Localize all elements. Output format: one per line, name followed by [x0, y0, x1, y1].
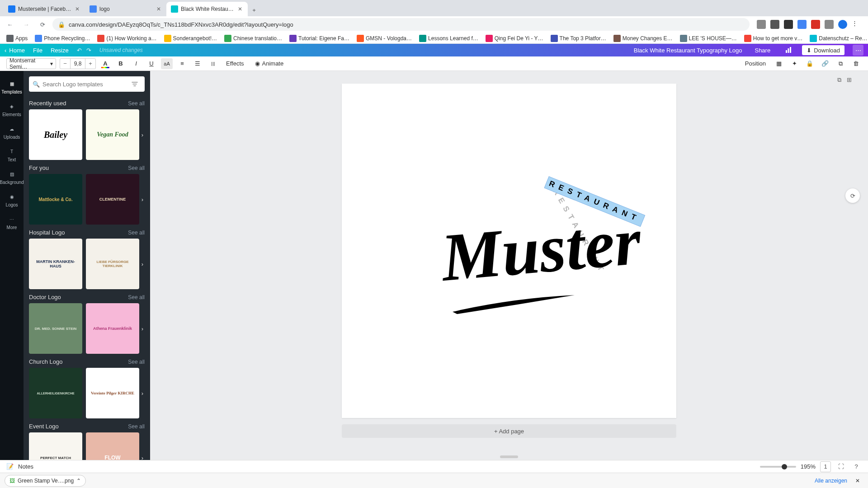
- template-thumbnail[interactable]: Bailey: [29, 109, 82, 160]
- font-size-value[interactable]: 9,8: [70, 59, 85, 69]
- zoom-value[interactable]: 195%: [801, 463, 816, 470]
- template-thumbnail[interactable]: Vereinte Pilger KIRCHE: [86, 368, 139, 418]
- redo-button[interactable]: ↷: [86, 47, 91, 54]
- url-bar[interactable]: 🔒 canva.com/design/DAEyzq8OqTs/c_TNs118b…: [52, 18, 750, 31]
- see-all-link[interactable]: See all: [128, 100, 145, 107]
- duplicate-button[interactable]: ⧉: [835, 58, 846, 69]
- see-all-link[interactable]: See all: [128, 230, 145, 236]
- template-thumbnail[interactable]: Athena Frauenklinik: [86, 303, 139, 354]
- add-page-icon[interactable]: ⊞: [847, 76, 852, 84]
- close-tab-icon[interactable]: ✕: [74, 6, 80, 12]
- analytics-icon[interactable]: [783, 45, 794, 56]
- template-thumbnail[interactable]: PERFECT MATCH: [29, 432, 82, 460]
- fullscreen-button[interactable]: ⛶: [835, 461, 846, 472]
- see-all-link[interactable]: See all: [128, 294, 145, 300]
- italic-button[interactable]: I: [130, 58, 142, 69]
- bold-button[interactable]: B: [115, 58, 127, 69]
- template-thumbnail[interactable]: FLOW: [86, 432, 139, 460]
- align-button[interactable]: ≡: [176, 58, 188, 69]
- show-all-downloads[interactable]: Alle anzeigen: [815, 478, 847, 484]
- template-thumbnail[interactable]: CLEMENTINE: [86, 174, 139, 225]
- share-button[interactable]: Share: [750, 45, 775, 55]
- link-button[interactable]: 🔗: [819, 58, 831, 69]
- bookmark-item[interactable]: Money Changes E…: [611, 34, 675, 43]
- effects-button[interactable]: Effects: [222, 58, 248, 69]
- canvas-area[interactable]: ⧉ ⊞ RESTAURANT RESTAURANT Muster ⟳ + Add…: [150, 71, 868, 460]
- reload-button[interactable]: ⟳: [36, 18, 49, 31]
- home-button[interactable]: ‹ Home: [5, 47, 25, 54]
- delete-button[interactable]: 🗑: [850, 58, 862, 69]
- increase-size-button[interactable]: +: [85, 60, 95, 67]
- filter-button[interactable]: [128, 78, 141, 90]
- browser-tab[interactable]: logo✕: [85, 2, 166, 16]
- lock-button[interactable]: 🔒: [804, 58, 816, 69]
- rail-item-uploads[interactable]: ☁Uploads: [0, 121, 24, 143]
- bookmark-item[interactable]: Qing Fei De Yi - Y…: [483, 34, 546, 43]
- bookmark-item[interactable]: Lessons Learned f…: [416, 34, 481, 43]
- browser-tab[interactable]: Black White Restaurant Typo…✕: [166, 2, 248, 16]
- bookmark-item[interactable]: Phone Recycling…: [32, 34, 93, 43]
- template-thumbnail[interactable]: LIEBE FÜRSORGE TIERKLINIK: [86, 239, 139, 289]
- ext-icon[interactable]: [825, 20, 834, 29]
- bookmark-item[interactable]: Datenschutz – Re…: [807, 34, 868, 43]
- bookmark-item[interactable]: The Top 3 Platfor…: [548, 34, 609, 43]
- close-shelf-button[interactable]: ✕: [852, 478, 863, 484]
- chevron-right-icon[interactable]: ›: [138, 322, 146, 335]
- browser-tab[interactable]: Musterseite | Facebook✕: [4, 2, 85, 16]
- text-color-button[interactable]: A: [99, 58, 111, 69]
- decrease-size-button[interactable]: −: [60, 60, 70, 67]
- add-page-button[interactable]: + Add page: [342, 424, 676, 438]
- new-tab-button[interactable]: +: [248, 4, 260, 16]
- rail-item-background[interactable]: ▨Background: [0, 166, 24, 188]
- download-item[interactable]: 🖼 Green Stamp Ve….png ⌃: [5, 475, 86, 487]
- undo-button[interactable]: ↶: [77, 47, 82, 54]
- notes-button[interactable]: Notes: [18, 463, 33, 470]
- design-page[interactable]: RESTAURANT RESTAURANT Muster: [342, 84, 676, 418]
- ext-icon[interactable]: [811, 20, 820, 29]
- duplicate-page-icon[interactable]: ⧉: [837, 76, 841, 84]
- ext-icon[interactable]: [797, 20, 807, 29]
- notes-icon[interactable]: 📝: [6, 463, 14, 470]
- list-button[interactable]: ☰: [192, 58, 203, 69]
- close-tab-icon[interactable]: ✕: [237, 6, 243, 12]
- bookmark-item[interactable]: Apps: [4, 34, 30, 43]
- ext-icon[interactable]: [770, 20, 779, 29]
- chevron-right-icon[interactable]: ›: [138, 386, 146, 400]
- copy-style-button[interactable]: ✦: [788, 58, 800, 69]
- see-all-link[interactable]: See all: [128, 423, 145, 430]
- font-family-select[interactable]: Montserrat Semi… ▾: [6, 58, 56, 69]
- position-button[interactable]: Position: [741, 58, 769, 69]
- chevron-right-icon[interactable]: ›: [138, 192, 146, 206]
- template-thumbnail[interactable]: Mattlocke & Co.: [29, 174, 82, 225]
- chevron-right-icon[interactable]: ›: [138, 257, 146, 271]
- back-button[interactable]: ←: [4, 18, 16, 31]
- rail-item-elements[interactable]: ◈Elements: [0, 98, 24, 121]
- main-logo-text[interactable]: Muster: [438, 202, 644, 296]
- rail-item-text[interactable]: TText: [0, 143, 24, 166]
- help-button[interactable]: ?: [851, 461, 862, 472]
- uppercase-button[interactable]: aA: [161, 58, 173, 69]
- transparency-button[interactable]: ▦: [773, 58, 785, 69]
- underline-swoosh[interactable]: [448, 291, 579, 319]
- rail-item-more[interactable]: ⋯More: [0, 211, 24, 234]
- template-thumbnail[interactable]: MARTIN KRANKEN-HAUS: [29, 239, 82, 289]
- refresh-element-button[interactable]: ⟳: [845, 188, 860, 203]
- browser-menu-icon[interactable]: ⋮: [852, 20, 861, 29]
- zoom-slider[interactable]: [760, 466, 796, 468]
- spacing-button[interactable]: ⫼: [207, 58, 219, 69]
- bookmark-item[interactable]: Chinese translatio…: [222, 34, 285, 43]
- bookmark-item[interactable]: Sonderangebot!…: [161, 34, 220, 43]
- ext-icon[interactable]: [784, 20, 793, 29]
- resize-menu[interactable]: Resize: [51, 47, 69, 54]
- bookmark-item[interactable]: (1) How Working a…: [94, 34, 159, 43]
- template-thumbnail[interactable]: Vegan Food: [86, 109, 139, 160]
- rail-item-logos[interactable]: ◉Logos: [0, 188, 24, 211]
- bookmark-item[interactable]: LEE 'S HOUSE—…: [677, 34, 740, 43]
- ext-icon[interactable]: [838, 20, 847, 29]
- chevron-right-icon[interactable]: ›: [138, 451, 146, 460]
- bookmark-item[interactable]: Tutorial: Eigene Fa…: [287, 34, 352, 43]
- ext-icon[interactable]: [757, 20, 766, 29]
- close-tab-icon[interactable]: ✕: [156, 6, 162, 12]
- document-title[interactable]: Black White Restaurant Typography Logo: [634, 47, 742, 54]
- bookmark-item[interactable]: How to get more v…: [741, 34, 805, 43]
